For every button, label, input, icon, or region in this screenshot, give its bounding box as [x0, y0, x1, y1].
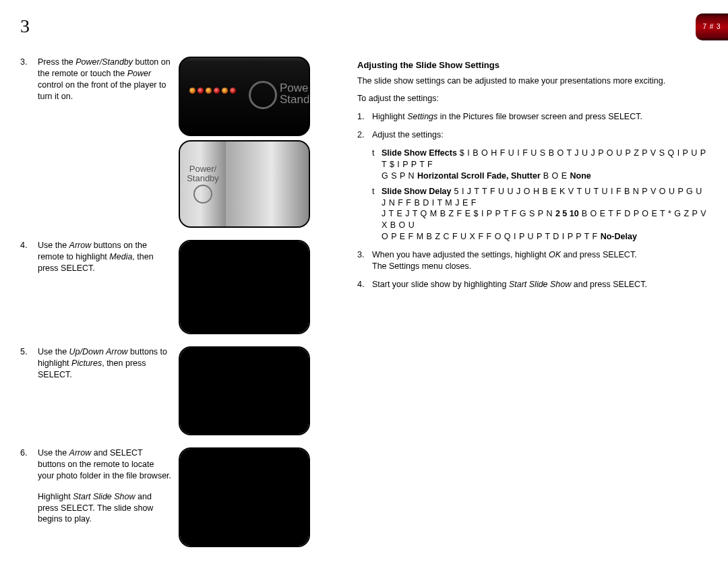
t: When you have adjusted the settings, hig…	[372, 250, 549, 259]
step6-body2: Highlight Start Slide Show and press SEL…	[38, 491, 172, 526]
bullet-delay: t Slide Show Delay 5 I J T T F U U J O H…	[357, 186, 708, 243]
device-render: Power/ Standby	[180, 58, 309, 135]
ui-sidebar: Power/ Standby	[180, 142, 226, 226]
left-row-step5: 5. Use the Up/Down Arrow buttons to high…	[20, 346, 337, 435]
pictures-label: Pictures	[71, 358, 102, 368]
start-slide-label: Start Slide Show	[73, 492, 135, 501]
right-column: Adjusting the Slide Show Settings The sl…	[357, 59, 708, 297]
none-label: None	[570, 171, 591, 181]
step6-body: Use the Arrow and SELECT buttons on the …	[38, 447, 172, 482]
select-label: SELECT	[110, 448, 142, 458]
device-power-label: Power/ Standby	[280, 82, 310, 105]
slide-show-delay-label: Slide Show Delay	[382, 187, 452, 196]
t: Highlight	[38, 492, 73, 501]
rstep4: 4. Start your slide show by highlighting…	[357, 279, 708, 290]
t: and press	[561, 250, 603, 259]
t: .	[644, 280, 646, 289]
page-tab: 7 # 3	[696, 13, 728, 40]
ui-render	[180, 348, 309, 434]
step4-num: 4.	[20, 240, 38, 274]
start-slide-label: Start Slide Show	[509, 280, 571, 289]
step5-num: 5.	[20, 346, 38, 381]
figure-ui-pictures	[179, 346, 310, 435]
media-label: Media	[109, 252, 132, 261]
left-row-step6: 6. Use the Arrow and SELECT buttons on t…	[20, 447, 337, 547]
step3-num: 3.	[20, 57, 38, 102]
t: and	[91, 448, 110, 458]
t: .	[92, 263, 94, 273]
t: and press	[571, 280, 613, 289]
t: buttons on the remote to locate your pho…	[38, 460, 171, 480]
t: Use the	[38, 241, 69, 250]
garbled-text: G S P N	[382, 171, 417, 181]
t: Start your slide show by highlighting	[372, 280, 509, 289]
figure-ui-browser	[179, 447, 310, 547]
select-label: SELECT	[61, 263, 92, 273]
power-label: Power	[127, 69, 151, 78]
select-label: SELECT	[38, 370, 69, 379]
ui-power-line2: Standby	[187, 174, 219, 183]
garbled-text: B O E	[541, 171, 570, 181]
bullet-effects: t Slide Show Effects $ I B O H F U I F U…	[357, 148, 708, 182]
spacer	[20, 491, 38, 526]
rstep3: 3. When you have adjusted the settings, …	[357, 249, 708, 272]
ui-main	[226, 142, 309, 226]
t: , then press	[102, 358, 146, 368]
t: Use the	[38, 347, 69, 356]
left-column: 3. Press the Power/Standby button on the…	[20, 57, 337, 559]
step6-para2: Highlight Start Slide Show and press SEL…	[20, 491, 172, 526]
step5-text: 5. Use the Up/Down Arrow buttons to high…	[20, 346, 179, 381]
step5-figure	[179, 346, 324, 435]
left-row-step3: 3. Press the Power/Standby button on the…	[20, 57, 337, 228]
left-row-step4: 4. Use the Arrow buttons on the remote t…	[20, 240, 337, 334]
step4-figure	[179, 240, 324, 334]
t: Use the	[38, 448, 69, 458]
section-heading: Adjusting the Slide Show Settings	[357, 59, 708, 71]
t: Press the	[38, 57, 75, 67]
step5: 5. Use the Up/Down Arrow buttons to high…	[20, 346, 172, 381]
figure-ui-media	[179, 240, 310, 334]
step6-num: 6.	[20, 447, 38, 482]
fade-shutter-label: Fade, Shutter	[484, 171, 540, 181]
bullet-delay-body: Slide Show Delay 5 I J T T F U U J O H B…	[382, 186, 708, 243]
intro-text: The slide show settings can be adjusted …	[357, 75, 708, 87]
ui-render: Power/ Standby	[180, 142, 309, 226]
rstep4-num: 4.	[357, 279, 372, 290]
step3-body: Press the Power/Standby button on the re…	[38, 57, 172, 102]
bullet-dot: t	[372, 148, 382, 182]
rstep2: 2. Adjust the settings:	[357, 129, 708, 141]
l2: Standby	[280, 93, 310, 106]
delay-values: 2 5 10	[555, 209, 579, 218]
lead-text: To adjust the settings:	[357, 93, 708, 104]
power-button-circle	[249, 81, 277, 109]
ui-render	[180, 449, 309, 546]
t: .	[640, 112, 642, 121]
step4-text: 4. Use the Arrow buttons on the remote t…	[20, 240, 179, 274]
step5-body: Use the Up/Down Arrow buttons to highlig…	[38, 346, 172, 381]
figure-device: Power/ Standby	[179, 57, 310, 136]
ok-label: OK	[549, 250, 561, 259]
t: The Settings menu closes.	[372, 261, 471, 271]
select-label: SELECT	[608, 112, 640, 121]
slide-show-effects-label: Slide Show Effects	[382, 148, 457, 158]
rstep4-body: Start your slide show by highlighting St…	[372, 279, 708, 290]
t: .	[69, 370, 71, 379]
step3-text: 3. Press the Power/Standby button on the…	[20, 57, 179, 102]
page-ornament: 3	[20, 17, 39, 36]
rstep3-num: 3.	[357, 249, 372, 272]
settings-label: Settings	[407, 112, 437, 121]
bullet-dot: t	[372, 186, 382, 243]
power-standby-label: Power/Standby	[75, 57, 133, 67]
step6: 6. Use the Arrow and SELECT buttons on t…	[20, 447, 172, 482]
hscroll-label: Horizontal Scroll	[417, 171, 484, 181]
step4: 4. Use the Arrow buttons on the remote t…	[20, 240, 172, 274]
rstep1-num: 1.	[357, 111, 372, 123]
arrow-label: Arrow	[69, 448, 92, 458]
rstep2-body: Adjust the settings:	[372, 129, 708, 141]
arrow-label: Arrow	[69, 241, 92, 250]
bullet-effects-body: Slide Show Effects $ I B O H F U I F U S…	[382, 148, 708, 182]
rstep2-num: 2.	[357, 129, 372, 141]
step6-figure	[179, 447, 324, 547]
step6-text: 6. Use the Arrow and SELECT buttons on t…	[20, 447, 179, 525]
step3: 3. Press the Power/Standby button on the…	[20, 57, 172, 102]
